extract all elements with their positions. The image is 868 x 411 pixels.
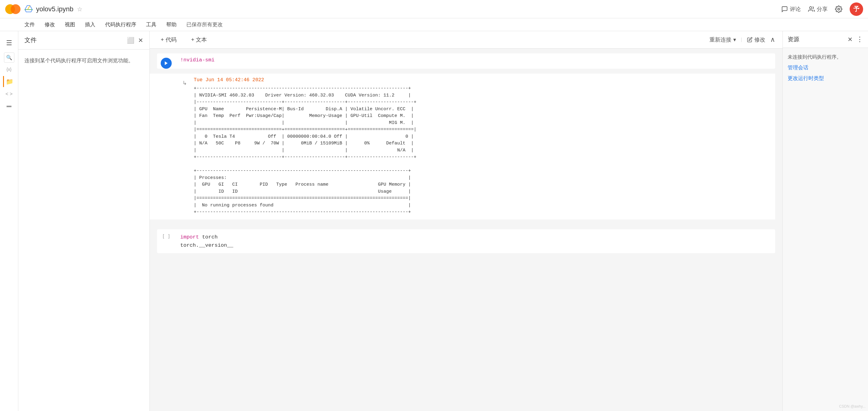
cell-1: !nvidia-smi: [157, 54, 775, 69]
add-code-button[interactable]: + 代码: [157, 34, 180, 45]
nav-vars-icon[interactable]: {x}: [5, 65, 13, 73]
menu-tools[interactable]: 工具: [146, 21, 156, 28]
share-button[interactable]: 分享: [808, 5, 828, 13]
colab-logo: [5, 1, 21, 17]
right-panel-title: 资源: [788, 35, 847, 43]
right-panel-close-button[interactable]: ✕: [847, 36, 853, 43]
run-button-1[interactable]: [161, 58, 172, 69]
right-panel-more-button[interactable]: ⋮: [857, 35, 863, 43]
cell-2-code: import torch torch.__version__: [180, 233, 770, 250]
cell-2-gutter: [ ]: [157, 229, 175, 239]
cell-2: [ ] import torch torch.__version__: [157, 229, 775, 253]
collapse-button[interactable]: ∧: [770, 36, 775, 44]
file-sidebar: 文件 ⬜ ✕ 连接到某个代码执行程序可启用文件浏览功能。: [18, 31, 150, 411]
output-icon-1: ↳: [182, 80, 187, 87]
cell-1-output: ↳ Tue Jun 14 05:42:46 2022 +------------…: [150, 73, 775, 220]
svg-point-1: [11, 4, 21, 14]
change-runtime-link[interactable]: 更改运行时类型: [788, 75, 863, 82]
star-icon[interactable]: ☆: [77, 5, 83, 13]
sidebar-description: 连接到某个代码执行程序可启用文件浏览功能。: [18, 50, 149, 72]
output-pre-1: +---------------------------------------…: [194, 85, 770, 216]
file-name[interactable]: yolov5.ipynb: [36, 5, 73, 13]
nav-search-icon[interactable]: 🔍: [4, 53, 14, 63]
watermark: CSDN @awhy...: [839, 404, 866, 409]
menu-file[interactable]: 文件: [25, 21, 35, 28]
cell-2-row: [ ] import torch torch.__version__: [157, 229, 775, 253]
cell-1-gutter: [157, 54, 175, 69]
comment-button[interactable]: 评论: [781, 5, 801, 13]
sidebar-title: 文件: [25, 36, 123, 44]
menu-view[interactable]: 视图: [65, 21, 75, 28]
edit-button[interactable]: 修改: [747, 36, 765, 43]
right-panel-content: 未连接到代码执行程序。 管理会话 更改运行时类型: [783, 48, 868, 92]
cell-1-code: !nvidia-smi: [180, 57, 215, 63]
user-avatar[interactable]: 予: [850, 2, 863, 16]
right-panel-status: 未连接到代码执行程序。: [788, 54, 863, 60]
svg-point-2: [810, 6, 812, 8]
add-text-button[interactable]: + 文本: [188, 34, 211, 45]
output-1-content: Tue Jun 14 05:42:46 2022 +--------------…: [194, 77, 770, 216]
menu-bar: 文件 修改 视图 插入 代码执行程序 工具 帮助 已保存所有更改: [0, 18, 868, 31]
save-status: 已保存所有更改: [186, 21, 223, 28]
import-keyword: import: [180, 234, 199, 240]
menu-edit[interactable]: 修改: [44, 21, 55, 28]
svg-point-3: [838, 8, 840, 10]
output-timestamp: Tue Jun 14 05:42:46 2022: [194, 77, 770, 83]
menu-insert[interactable]: 插入: [85, 21, 95, 28]
right-panel: 资源 ✕ ⋮ 未连接到代码执行程序。 管理会话 更改运行时类型: [782, 31, 868, 411]
drive-icon: [25, 4, 33, 14]
notebook-toolbar: + 代码 + 文本 重新连接 ▾ | 修改 ∧: [150, 31, 782, 49]
cell-2-bracket: [ ]: [162, 233, 170, 239]
left-nav: ☰ 🔍 {x} 📁 < > ▬: [0, 31, 18, 411]
reconnect-button[interactable]: 重新连接 ▾: [709, 36, 736, 43]
nav-terminal-icon[interactable]: ▬: [5, 101, 13, 110]
top-bar-right: 评论 分享 予: [781, 2, 863, 16]
nav-menu-icon[interactable]: ☰: [3, 36, 15, 50]
main-layout: ☰ 🔍 {x} 📁 < > ▬ 文件 ⬜ ✕ 连接到某个代码执行程序可启用文件浏…: [0, 31, 868, 411]
menu-runtime[interactable]: 代码执行程序: [105, 21, 136, 28]
output-1-gutter: ↳: [175, 77, 194, 87]
top-bar: yolov5.ipynb ☆ 评论 分享 予: [0, 0, 868, 18]
sidebar-header: 文件 ⬜ ✕: [18, 31, 149, 50]
svg-marker-4: [165, 61, 167, 65]
settings-button[interactable]: [835, 5, 842, 13]
cell-1-row: !nvidia-smi: [157, 54, 775, 69]
nav-folder-icon[interactable]: 📁: [3, 76, 15, 87]
reconnect-dropdown-icon[interactable]: ▾: [733, 36, 736, 43]
cell-1-content[interactable]: !nvidia-smi: [175, 54, 775, 67]
cell-2-content[interactable]: import torch torch.__version__: [175, 229, 775, 253]
menu-help[interactable]: 帮助: [166, 21, 177, 28]
toolbar-right: 重新连接 ▾ | 修改 ∧: [709, 36, 775, 44]
right-panel-header: 资源 ✕ ⋮: [783, 31, 868, 48]
manage-sessions-link[interactable]: 管理会话: [788, 64, 863, 71]
sidebar-close-icon[interactable]: ✕: [138, 37, 143, 44]
notebook-area: + 代码 + 文本 重新连接 ▾ | 修改 ∧: [150, 31, 782, 411]
sidebar-new-folder-icon[interactable]: ⬜: [127, 37, 134, 44]
sidebar-icons: ⬜ ✕: [127, 37, 143, 44]
nav-code-icon[interactable]: < >: [4, 90, 14, 99]
